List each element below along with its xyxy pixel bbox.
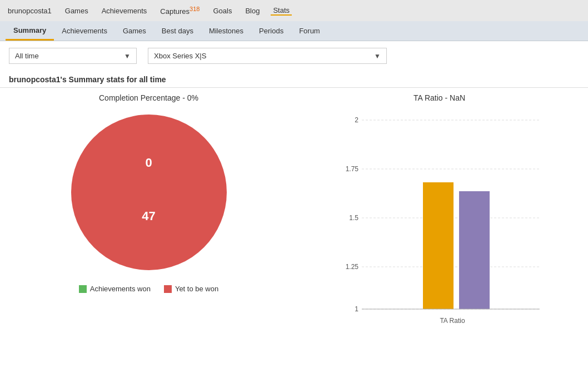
svg-text:1.25: 1.25 [345, 263, 358, 271]
charts-area: Completion Percentage - 0% 0 47 Achievem… [0, 93, 588, 333]
sub-nav: Summary Achievements Games Best days Mil… [0, 21, 588, 41]
top-nav-achievements[interactable]: Achievements [99, 7, 150, 15]
svg-text:1: 1 [355, 305, 358, 313]
top-nav: brunopcosta1 Games Achievements Captures… [0, 0, 588, 21]
top-nav-username[interactable]: brunopcosta1 [6, 7, 54, 15]
svg-text:2: 2 [355, 116, 358, 124]
legend-won-color [79, 285, 87, 293]
pie-label-yet: 47 [142, 209, 155, 223]
captures-badge: 318 [190, 6, 200, 12]
top-nav-goals[interactable]: Goals [211, 7, 234, 15]
legend-won: Achievements won [79, 285, 151, 293]
bar-chart-title: TA Ratio - NaN [413, 93, 465, 102]
pie-chart-container: 0 47 [66, 109, 232, 276]
bar-x-label: TA Ratio [440, 317, 465, 325]
sub-nav-forum[interactable]: Forum [291, 21, 328, 41]
sub-nav-milestones[interactable]: Milestones [201, 21, 251, 41]
sub-nav-periods[interactable]: Periods [251, 21, 291, 41]
pie-chart-svg [66, 109, 232, 276]
platform-filter[interactable]: Xbox Series X|S ▼ [148, 48, 387, 64]
legend-yet: Yet to be won [164, 285, 218, 293]
bar-section: TA Ratio - NaN 2 1.75 1.5 1.25 1 [300, 93, 579, 333]
time-filter-value: All time [15, 52, 39, 60]
bar-ta-ratio-purple [459, 191, 490, 309]
platform-filter-value: Xbox Series X|S [154, 52, 206, 60]
legend-yet-label: Yet to be won [175, 285, 218, 293]
time-filter[interactable]: All time ▼ [9, 48, 137, 64]
bar-chart-wrapper: 2 1.75 1.5 1.25 1 TA Ratio [334, 109, 545, 333]
bar-ta-ratio-orange [423, 182, 454, 309]
legend-yet-color [164, 285, 172, 293]
svg-text:1.75: 1.75 [345, 165, 358, 173]
section-title: brunopcosta1's Summary stats for all tim… [0, 71, 588, 88]
sub-nav-games[interactable]: Games [115, 21, 154, 41]
filters-row: All time ▼ Xbox Series X|S ▼ [0, 41, 588, 71]
pie-label-won: 0 [145, 156, 152, 170]
top-nav-blog[interactable]: Blog [243, 7, 262, 15]
pie-chart-title: Completion Percentage - 0% [99, 93, 198, 102]
pie-legend: Achievements won Yet to be won [79, 285, 218, 293]
sub-nav-best-days[interactable]: Best days [154, 21, 201, 41]
sub-nav-summary[interactable]: Summary [6, 21, 54, 41]
platform-filter-arrow: ▼ [374, 52, 381, 60]
top-nav-captures[interactable]: Captures318 [158, 6, 202, 16]
sub-nav-achievements[interactable]: Achievements [54, 21, 115, 41]
top-nav-games[interactable]: Games [63, 7, 91, 15]
top-nav-stats[interactable]: Stats [271, 6, 292, 16]
legend-won-label: Achievements won [90, 285, 151, 293]
svg-text:1.5: 1.5 [349, 214, 358, 222]
time-filter-arrow: ▼ [124, 52, 131, 60]
bar-chart-svg: 2 1.75 1.5 1.25 1 TA Ratio [334, 109, 545, 331]
pie-section: Completion Percentage - 0% 0 47 Achievem… [9, 93, 288, 333]
